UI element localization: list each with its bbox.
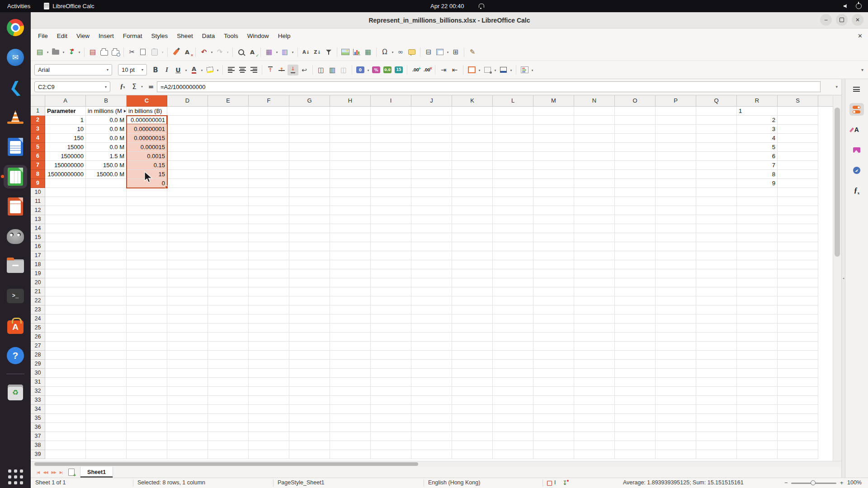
cell-O4[interactable] [615,134,656,143]
cell-M35[interactable] [533,414,574,423]
conditional-dropdown-arrow[interactable] [530,65,534,75]
dock-item-trash[interactable] [4,380,27,404]
insert-row-dropdown-arrow[interactable] [275,47,279,57]
save-dropdown-arrow[interactable] [77,47,81,57]
format-date-icon[interactable]: 15 [393,65,404,75]
cell-N26[interactable] [574,333,615,342]
paste-icon[interactable] [149,47,160,57]
cell-Q25[interactable] [696,324,737,333]
cell-I27[interactable] [371,342,411,351]
cell-C26[interactable] [127,333,167,342]
cell-R17[interactable] [737,251,778,260]
cell-D37[interactable] [167,432,208,441]
cell-H16[interactable] [330,242,371,251]
cell-D23[interactable] [167,305,208,314]
row-header-21[interactable]: 21 [31,287,45,296]
cell-I35[interactable] [371,414,411,423]
cell-R34[interactable] [737,405,778,414]
cell-C2[interactable]: 0.000000001 [127,116,167,125]
cell-E6[interactable] [208,152,249,161]
align-bottom-icon[interactable] [288,65,298,75]
cell-J11[interactable] [411,197,452,206]
cell-O15[interactable] [615,233,656,242]
cell-O22[interactable] [615,296,656,305]
border-color-dropdown-arrow[interactable] [509,65,513,75]
cell-D9[interactable] [167,179,208,188]
cell-R1[interactable]: 1 [737,107,778,116]
cell-P30[interactable] [656,369,696,378]
menu-item-data[interactable]: Data [198,28,220,43]
cell-D15[interactable] [167,233,208,242]
cell-K17[interactable] [452,251,493,260]
cell-S28[interactable] [778,351,818,360]
sheet-tab-sheet1[interactable]: Sheet1 [80,467,113,478]
cell-G24[interactable] [289,314,330,324]
cell-E9[interactable] [208,179,249,188]
cell-I4[interactable] [371,134,411,143]
cell-S19[interactable] [778,269,818,278]
cell-D29[interactable] [167,360,208,369]
cell-E16[interactable] [208,242,249,251]
cell-D11[interactable] [167,197,208,206]
cell-J24[interactable] [411,314,452,324]
cell-A20[interactable] [45,278,86,287]
cell-J34[interactable] [411,405,452,414]
cell-K1[interactable] [452,107,493,116]
cell-H33[interactable] [330,396,371,405]
cell-G22[interactable] [289,296,330,305]
cell-N13[interactable] [574,215,615,224]
insert-image-icon[interactable] [340,47,351,57]
first-sheet-icon[interactable] [35,470,41,474]
cell-J8[interactable] [411,170,452,179]
merge-cells-icon[interactable] [327,65,338,75]
cell-S34[interactable] [778,405,818,414]
column-header-S[interactable]: S [778,95,818,107]
cell-Q16[interactable] [696,242,737,251]
cell-S11[interactable] [778,197,818,206]
undo-icon[interactable] [198,47,209,57]
cell-S35[interactable] [778,414,818,423]
cell-Q20[interactable] [696,278,737,287]
cell-C11[interactable] [127,197,167,206]
row-header-16[interactable]: 16 [31,242,45,251]
cell-L37[interactable] [493,432,533,441]
cell-R6[interactable]: 6 [737,152,778,161]
cell-K9[interactable] [452,179,493,188]
cell-J28[interactable] [411,351,452,360]
cell-G28[interactable] [289,351,330,360]
row-header-29[interactable]: 29 [31,360,45,369]
cell-G6[interactable] [289,152,330,161]
cell-H39[interactable] [330,450,371,459]
selection-fill-handle[interactable] [165,186,168,189]
cell-A11[interactable] [45,197,86,206]
cell-G25[interactable] [289,324,330,333]
cell-F22[interactable] [249,296,289,305]
cell-M17[interactable] [533,251,574,260]
cell-P12[interactable] [656,206,696,215]
cell-F3[interactable] [249,125,289,134]
new-icon[interactable] [34,47,45,57]
cell-S3[interactable] [778,125,818,134]
cell-M15[interactable] [533,233,574,242]
cell-M9[interactable] [533,179,574,188]
column-header-C[interactable]: C [127,95,167,107]
insert-comment-icon[interactable] [406,47,417,57]
cell-E32[interactable] [208,387,249,396]
cell-H29[interactable] [330,360,371,369]
cell-N18[interactable] [574,260,615,269]
select-all-corner[interactable] [31,95,45,107]
row-header-39[interactable]: 39 [31,450,45,459]
cell-N16[interactable] [574,242,615,251]
cell-H21[interactable] [330,287,371,296]
cell-K36[interactable] [452,423,493,432]
cell-F28[interactable] [249,351,289,360]
cell-C24[interactable] [127,314,167,324]
cell-B34[interactable] [86,405,127,414]
dock-item-libreoffice-calc[interactable] [4,165,27,188]
cell-E13[interactable] [208,215,249,224]
cell-J15[interactable] [411,233,452,242]
cell-P17[interactable] [656,251,696,260]
cell-P2[interactable] [656,116,696,125]
cell-D26[interactable] [167,333,208,342]
cell-G1[interactable] [289,107,330,116]
